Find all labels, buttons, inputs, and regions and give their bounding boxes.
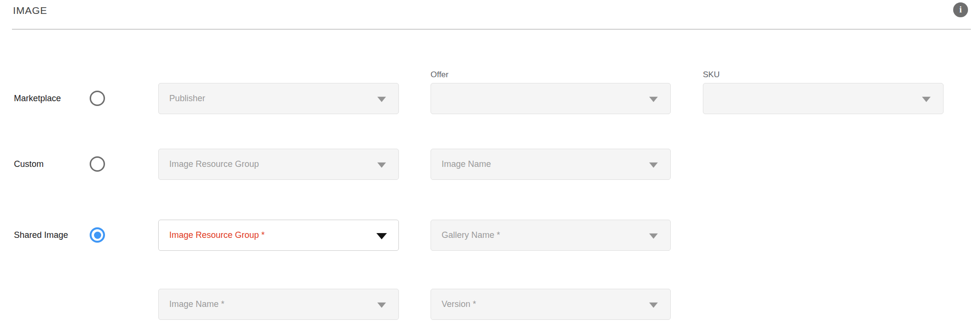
radio-shared-image[interactable] [90,227,105,243]
chevron-down-icon [376,233,387,239]
chevron-down-icon [649,96,658,102]
dropdown-version[interactable]: Version * [431,289,671,320]
info-icon-glyph: i [959,5,962,15]
image-section-panel: IMAGE i Marketplace Offer SKU Publisher … [0,0,980,329]
field-label-offer: Offer [431,70,671,80]
dropdown-placeholder: Image Resource Group [169,159,259,169]
radio-selected-dot [94,232,101,239]
dropdown-placeholder: Image Name * [169,299,224,309]
chevron-down-icon [649,302,658,307]
dropdown-shared-image-name[interactable]: Image Name * [158,289,399,320]
dropdown-custom-image-resource-group[interactable]: Image Resource Group [158,149,399,180]
radio-marketplace[interactable] [90,91,105,106]
section-title: IMAGE [13,5,47,16]
dropdown-custom-image-name[interactable]: Image Name [431,149,671,180]
info-icon[interactable]: i [953,2,968,17]
dropdown-offer[interactable] [431,83,671,114]
dropdown-placeholder: Gallery Name * [442,230,500,240]
section-divider [12,29,971,30]
chevron-down-icon [649,233,658,238]
chevron-down-icon [377,302,386,307]
dropdown-placeholder: Version * [442,299,476,309]
dropdown-shared-image-resource-group[interactable]: Image Resource Group * [158,220,399,251]
dropdown-publisher[interactable]: Publisher [158,83,399,114]
radio-label-custom: Custom [14,159,44,169]
dropdown-publisher-placeholder: Publisher [169,94,205,104]
radio-label-marketplace: Marketplace [14,94,61,104]
chevron-down-icon [377,162,386,167]
dropdown-gallery-name[interactable]: Gallery Name * [431,220,671,251]
dropdown-required-placeholder: Image Resource Group * [169,230,265,240]
chevron-down-icon [922,96,931,102]
radio-custom[interactable] [90,156,105,172]
chevron-down-icon [377,96,386,102]
radio-label-shared-image: Shared Image [14,230,68,240]
chevron-down-icon [649,162,658,167]
field-label-sku: SKU [703,70,944,80]
dropdown-placeholder: Image Name [442,159,491,169]
dropdown-sku[interactable] [703,83,944,114]
